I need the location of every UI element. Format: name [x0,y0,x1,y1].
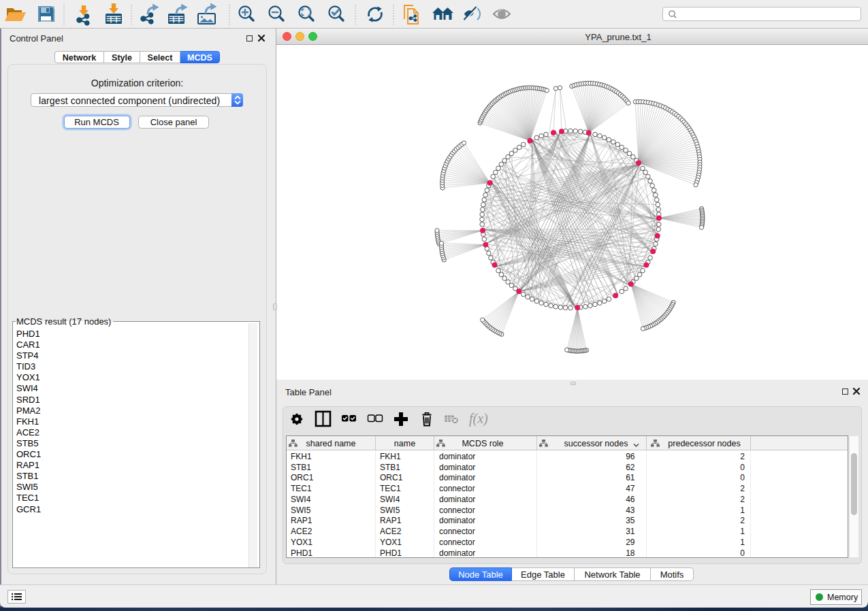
svg-text:f(x): f(x) [469,411,488,427]
